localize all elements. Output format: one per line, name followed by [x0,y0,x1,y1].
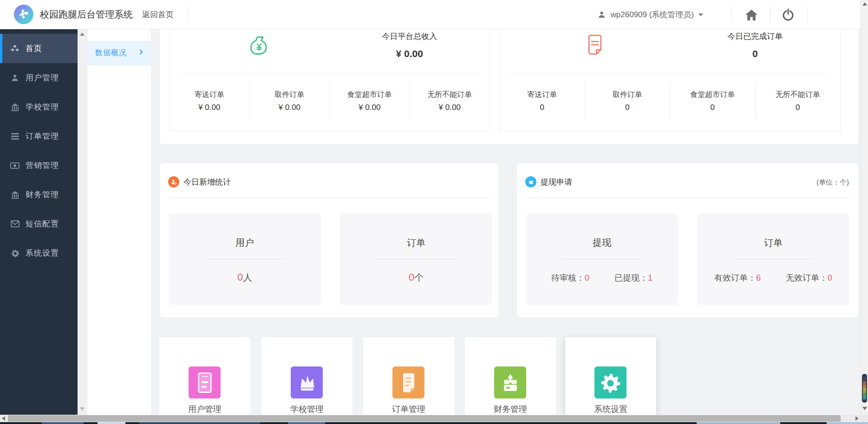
shortcut-label: 订单管理 [363,404,454,415]
taskbar-segment [139,422,260,424]
sidebar-item-label: 财务管理 [26,189,59,200]
new-orders-box: 订单 0个 [340,213,492,305]
stat-label: 无所不能订单 [410,90,490,100]
box-value: 0个 [340,271,492,284]
admin-dashboard: 校园跑腿后台管理系统 返回首页 wp260909 (系统管理员) [0,0,868,424]
stat-label: 取件订单 [250,90,330,100]
stat-value: 0 [828,273,832,283]
money-bag-icon [248,33,270,61]
shortcut-user-management[interactable]: 用户管理 [159,337,250,415]
stat-col: 寄送订单 ¥ 0.00 [170,82,249,119]
order-validity-stats: 有效订单：6 无效订单：0 [697,272,849,283]
stat-label: 无所不能订单 [756,90,841,100]
shortcut-finance-management[interactable]: 财务管理 [465,337,556,415]
username: wp260909 (系统管理员) [610,9,694,20]
vertical-scroll-thumb[interactable] [862,374,867,403]
crown-icon [291,366,323,398]
stat-label: 食堂超市订单 [670,90,755,100]
stat-value: 0 [585,273,589,283]
sidebar-item-sms[interactable]: 短信配置 [0,209,78,238]
top-bar: 校园跑腿后台管理系统 返回首页 wp260909 (系统管理员) [0,0,861,29]
stat-value: 1 [648,273,653,283]
shortcut-label: 学校管理 [261,404,352,415]
box-title: 订单 [340,237,492,249]
divider [206,259,284,259]
user-menu[interactable]: wp260909 (系统管理员) [598,0,703,29]
card-value: ¥ 0.00 [340,48,479,59]
sidebar-item-orders[interactable]: 订单管理 [0,122,78,151]
divider [179,72,480,72]
sidebar-nav: 首页 用户管理 学校管理 订单管理 营销管理 [0,29,78,415]
box-title: 订单 [697,237,849,249]
stat-value: 0 [670,103,755,112]
box-title: 提现 [526,237,678,249]
sidebar-scrollbar[interactable] [78,29,87,415]
stat-item: 待审核：0 [551,272,589,283]
sidebar-item-finance[interactable]: 财务管理 [0,180,78,209]
sidebar-item-schools[interactable]: 学校管理 [0,92,78,122]
stat-value: ¥ 0.00 [250,103,330,112]
divider [734,259,812,259]
taskbar-segment [827,422,868,424]
stat-label: 有效订单： [714,273,756,283]
scroll-up-icon[interactable] [862,2,867,6]
topbar-divider [188,6,188,23]
withdraw-requests-card: 提现申请 (单位：个) 提现 待审核：0 已提现：1 订单 有效订单：6 无效订… [517,163,858,318]
today-stats-panel: 今日平台总收入 ¥ 0.00 寄送订单 ¥ 0.00 取件订单 ¥ 0.00 食… [160,29,858,144]
scroll-minimap-dashes [862,374,867,403]
stat-col: 无所不能订单 0 [755,82,841,119]
topbar-divider [731,6,731,23]
sidebar-item-label: 订单管理 [26,131,59,141]
scroll-down-icon[interactable] [862,407,867,410]
sidebar-item-home[interactable]: 首页 [0,34,78,63]
shortcut-school-management[interactable]: 学校管理 [261,337,352,415]
shortcut-label: 财务管理 [465,404,556,415]
sidebar-item-users[interactable]: 用户管理 [0,63,78,92]
topbar-divider [770,6,770,23]
stat-col: 食堂超市订单 0 [670,82,755,119]
stat-item: 已提现：1 [614,272,653,283]
scroll-right-icon[interactable] [855,416,859,421]
scroll-up-icon[interactable] [80,32,85,36]
sidebar-item-label: 短信配置 [26,218,59,229]
bank-icon [10,190,20,200]
scroll-down-icon[interactable] [80,407,85,411]
divider [563,259,641,259]
sidebar-item-label: 用户管理 [26,72,59,83]
document-icon [585,33,605,58]
taskbar-segment [288,422,325,424]
scrollbar-corner [861,415,868,422]
bank-icon [10,102,20,112]
sidebar-item-marketing[interactable]: 营销管理 [0,151,78,180]
shortcut-system-settings[interactable]: 系统设置 [565,337,656,415]
stat-item: 有效订单：6 [714,272,761,283]
horizontal-scroll-thumb[interactable] [8,415,841,422]
shortcut-order-management[interactable]: 订单管理 [363,337,454,415]
home-button[interactable] [737,0,765,29]
back-home-link[interactable]: 返回首页 [142,0,174,29]
stat-label: 寄送订单 [170,90,249,100]
today-new-stats-card: 今日新增统计 用户 0人 订单 0个 [160,163,499,318]
gear-icon [594,366,627,398]
divider [377,259,455,259]
scroll-left-icon[interactable] [2,416,5,421]
new-users-box: 用户 0人 [169,213,321,305]
tab-data-overview[interactable]: 数据概况 [87,41,151,65]
chevron-right-icon [137,49,143,54]
topbar-divider [807,6,808,23]
wallet-icon [525,176,536,187]
stat-col: 取件订单 0 [585,82,670,119]
logout-button[interactable] [774,0,802,29]
sidebar-item-settings[interactable]: 系统设置 [0,238,78,268]
stat-value: ¥ 0.00 [330,103,410,112]
stat-col: 寄送订单 0 [500,82,585,119]
horizontal-scrollbar[interactable] [0,415,861,422]
vertical-scrollbar[interactable] [861,0,868,422]
power-icon [781,8,795,22]
stat-col: 食堂超市订单 ¥ 0.00 [329,82,410,119]
app-logo[interactable] [14,5,33,24]
orders-breakdown: 寄送订单 0 取件订单 0 食堂超市订单 0 无所不能订单 0 [500,82,840,119]
stat-label: 待审核： [551,273,585,283]
tab-label: 数据概况 [95,48,127,58]
withdraw-orders-box: 订单 有效订单：6 无效订单：0 [697,213,849,305]
